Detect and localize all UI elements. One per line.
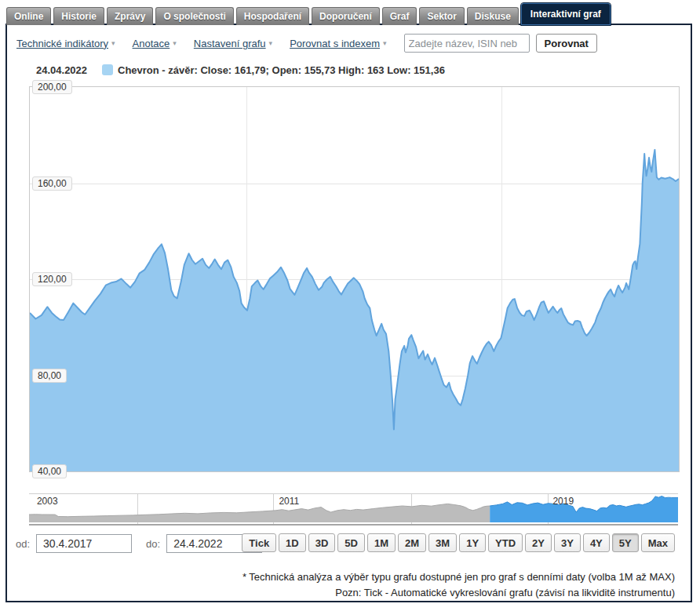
tab-bar: Online Historie Zprávy O společnosti Hos… [6,3,611,25]
range-button-1d[interactable]: 1D [279,533,306,552]
chevron-down-icon[interactable]: ▾ [269,40,273,47]
range-buttons: Tick 1D 3D 5D 1M 2M 3M 1Y YTD 2Y 3Y 4Y 5… [242,533,675,552]
annotations-link[interactable]: Anotace [133,38,170,49]
footnotes: * Technická analýza a výběr typu grafu d… [242,569,675,601]
range-button-max[interactable]: Max [641,533,675,552]
range-button-1m[interactable]: 1M [367,533,396,552]
compare-button[interactable]: Porovnat [536,34,597,53]
y-axis-label: 40,00 [32,464,67,478]
from-label: od: [16,538,30,550]
compare-search-input[interactable] [404,34,530,53]
tab-hospodareni[interactable]: Hospodaření [236,7,309,25]
range-button-4y[interactable]: 4Y [583,533,610,552]
range-button-3m[interactable]: 3M [428,533,457,552]
tab-doporuceni[interactable]: Doporučení [312,7,380,25]
chart-settings-menu[interactable]: Nastavení grafu ▾ [194,38,272,49]
y-axis-label: 120,00 [32,272,72,286]
chart-plot-area[interactable]: 200,00 160,00 120,00 80,00 40,00 [29,86,680,472]
chevron-down-icon[interactable]: ▾ [383,40,387,47]
footnote-line-1: * Technická analýza a výběr typu grafu d… [242,569,675,585]
navigator-year-label: 2019 [552,496,574,507]
chevron-down-icon[interactable]: ▾ [173,40,177,47]
interactive-chart-page: Online Historie Zprávy O společnosti Hos… [0,0,700,611]
y-axis-label: 80,00 [32,369,67,383]
series-color-swatch [102,64,113,75]
range-button-1y[interactable]: 1Y [459,533,486,552]
range-button-5y[interactable]: 5Y [612,533,639,552]
tab-o-spolecnosti[interactable]: O společnosti [155,7,233,25]
technical-indicators-link[interactable]: Technické indikátory [16,38,108,49]
tab-online[interactable]: Online [6,7,51,25]
legend-series-text: Chevron - závěr: Close: 161,79; Open: 15… [118,64,445,76]
tab-graf[interactable]: Graf [382,7,417,25]
tab-sektor[interactable]: Sektor [419,7,464,25]
range-navigator[interactable]: 2003 2011 2019 [29,493,678,526]
range-button-2m[interactable]: 2M [398,533,426,552]
to-label: do: [146,538,160,550]
range-controls: od: do: Tick 1D 3D 5D 1M 2M 3M 1Y YTD 2Y… [7,533,691,554]
tab-interaktivni-graf[interactable]: Interaktivní graf [521,3,611,25]
chevron-down-icon[interactable]: ▾ [111,40,115,47]
footnote-line-2: Pozn: Tick - Automatické vykreslování gr… [242,585,675,601]
range-button-3y[interactable]: 3Y [554,533,581,552]
range-button-2y[interactable]: 2Y [525,533,552,552]
price-area-series [30,87,679,471]
compare-index-menu[interactable]: Porovnat s indexem ▾ [290,38,386,49]
annotations-menu[interactable]: Anotace ▾ [133,38,177,49]
content-panel: Technické indikátory ▾ Anotace ▾ Nastave… [5,24,692,602]
compare-index-link[interactable]: Porovnat s indexem [290,38,380,49]
y-axis-label: 160,00 [32,176,72,191]
technical-indicators-menu[interactable]: Technické indikátory ▾ [16,38,115,49]
range-button-5d[interactable]: 5D [337,533,365,552]
legend-date: 24.04.2022 [36,64,102,76]
y-axis-label: 200,00 [32,80,72,94]
range-button-3d[interactable]: 3D [308,533,336,552]
chart-settings-link[interactable]: Nastavení grafu [194,38,266,49]
navigator-year-label: 2003 [37,496,58,507]
range-button-tick[interactable]: Tick [242,533,276,552]
chart-toolbar: Technické indikátory ▾ Anotace ▾ Nastave… [16,32,597,54]
navigator-series[interactable] [29,494,678,522]
from-date-input[interactable] [36,534,132,553]
tab-zpravy[interactable]: Zprávy [107,7,153,25]
chart-legend: 24.04.2022 Chevron - závěr: Close: 161,7… [36,64,445,76]
date-range-inputs: od: do: [16,534,262,553]
navigator-year-label: 2011 [279,496,299,507]
range-button-ytd[interactable]: YTD [488,533,523,552]
tab-diskuse[interactable]: Diskuse [467,7,519,25]
tab-historie[interactable]: Historie [53,7,104,25]
